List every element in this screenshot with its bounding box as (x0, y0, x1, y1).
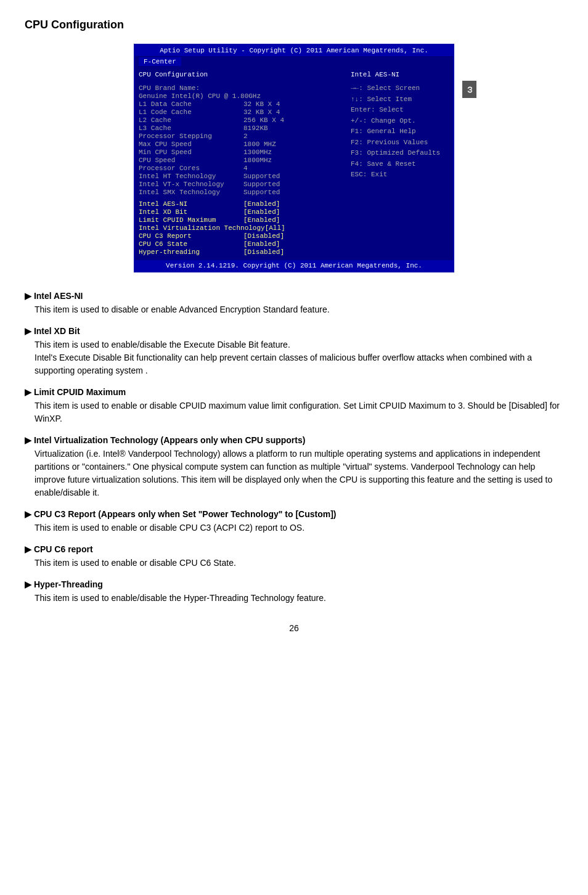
bios-row-value-highlight: [Enabled] (243, 208, 280, 216)
bios-row-label: Intel VT-x Technology (139, 181, 243, 188)
description-title: CPU C6 report (25, 544, 563, 554)
bios-row-label: Min CPU Speed (139, 149, 243, 156)
description-section: Limit CPUID MaximumThis item is used to … (25, 387, 563, 425)
bios-row-label: L1 Data Cache (139, 100, 243, 108)
bios-row-value: Supported (243, 181, 280, 188)
bios-section-title: CPU Configuration (139, 71, 347, 78)
bios-row-value-highlight: [Enabled] (243, 216, 280, 224)
bios-row-value-highlight: [Disabled] (243, 248, 284, 256)
bios-row-value: 8192KB (243, 125, 268, 132)
bios-highlighted-row[interactable]: Limit CPUID Maximum[Enabled] (139, 216, 347, 224)
description-body: This item is used to enable/disable the … (35, 592, 563, 605)
bios-help-line: ↑↓: Select Item (351, 94, 449, 105)
description-title: CPU C3 Report (Appears only when Set "Po… (25, 509, 563, 519)
bios-row-label-highlight: CPU C6 State (139, 240, 243, 248)
chapter-tab: ω (462, 81, 476, 98)
bios-help-line: F2: Previous Values (351, 137, 449, 148)
bios-help-line: F1: General Help (351, 126, 449, 137)
description-body: Virtualization (i.e. Intel® Vanderpool T… (35, 448, 563, 499)
bios-row: Processor Cores4 (139, 165, 347, 172)
bios-row-value: 1800MHz (243, 157, 272, 164)
bios-highlighted-row[interactable]: Hyper-threading[Disabled] (139, 248, 347, 256)
bios-row: L2 Cache256 KB X 4 (139, 116, 347, 124)
bios-row-label-highlight: Intel Virtualization Technology (139, 224, 265, 232)
description-section: Intel AES-NIThis item is used to disable… (25, 291, 563, 316)
bios-row: Max CPU Speed1800 MHZ (139, 141, 347, 148)
bios-row-label-highlight: Limit CPUID Maximum (139, 216, 243, 224)
bios-highlighted-row[interactable]: Intel XD Bit[Enabled] (139, 208, 347, 216)
bios-row-value: 256 KB X 4 (243, 116, 284, 124)
page-number: 26 (25, 623, 563, 633)
bios-row: Genuine Intel(R) CPU @ 1.80GHz (139, 92, 347, 100)
description-body: This item is used to enable or disable C… (35, 521, 563, 534)
bios-right-panel: Intel AES-NI →←: Select Screen↑↓: Select… (351, 71, 449, 256)
bios-tab[interactable]: F-Center (139, 57, 181, 66)
bios-outer: Aptio Setup Utility - Copyright (C) 2011… (134, 44, 454, 272)
bios-row: Intel VT-x TechnologySupported (139, 181, 347, 188)
description-title: Intel AES-NI (25, 291, 563, 301)
bios-highlighted-rows: Intel AES-NI[Enabled]Intel XD Bit[Enable… (139, 200, 347, 256)
bios-tab-row: F-Center (135, 56, 453, 67)
bios-row-label: Genuine Intel(R) CPU @ 1.80GHz (139, 92, 261, 100)
bios-row-label: L1 Code Cache (139, 108, 243, 116)
bios-help-line: ESC: Exit (351, 170, 449, 180)
bios-help-line: F3: Optimized Defaults (351, 148, 449, 158)
bios-container: Aptio Setup Utility - Copyright (C) 2011… (134, 44, 454, 272)
description-section: Intel XD BitThis item is used to enable/… (25, 326, 563, 377)
bios-row-value: Supported (243, 173, 280, 180)
bios-highlighted-row[interactable]: Intel Virtualization Technology[All] (139, 224, 347, 232)
bios-row-value: 32 KB X 4 (243, 100, 280, 108)
description-body: This item is used to disable or enable A… (35, 303, 563, 316)
bios-row-label: CPU Speed (139, 157, 243, 164)
bios-row-label-highlight: Intel AES-NI (139, 200, 243, 208)
bios-row: CPU Brand Name: (139, 84, 347, 92)
bios-help-line: →←: Select Screen (351, 83, 449, 94)
bios-row: Intel SMX TechnologySupported (139, 189, 347, 196)
description-title: Limit CPUID Maximum (25, 387, 563, 397)
bios-row-label: L3 Cache (139, 125, 243, 132)
bios-footer: Version 2.14.1219. Copyright (C) 2011 Am… (135, 260, 453, 271)
description-title: Hyper-Threading (25, 579, 563, 589)
bios-info-title: Intel AES-NI (351, 71, 449, 78)
bios-row-label-highlight: CPU C3 Report (139, 232, 243, 240)
bios-row-value-highlight: [Enabled] (243, 240, 280, 248)
bios-row: Processor Stepping2 (139, 133, 347, 140)
bios-row-value: 2 (243, 133, 248, 140)
bios-highlighted-row[interactable]: Intel AES-NI[Enabled] (139, 200, 347, 208)
bios-help-line: +/-: Change Opt. (351, 116, 449, 126)
bios-highlighted-row[interactable]: CPU C3 Report[Disabled] (139, 232, 347, 240)
bios-help-line: Enter: Select (351, 105, 449, 115)
description-title: Intel Virtualization Technology (Appears… (25, 435, 563, 445)
bios-header: Aptio Setup Utility - Copyright (C) 2011… (135, 45, 453, 56)
bios-row-label: Max CPU Speed (139, 141, 243, 148)
bios-row-value-highlight: [Disabled] (243, 232, 284, 240)
description-title: Intel XD Bit (25, 326, 563, 336)
bios-row: L1 Code Cache32 KB X 4 (139, 108, 347, 116)
bios-rows: CPU Brand Name:Genuine Intel(R) CPU @ 1.… (139, 84, 347, 196)
bios-row-value: 32 KB X 4 (243, 108, 280, 116)
bios-row-label-highlight: Intel XD Bit (139, 208, 243, 216)
bios-row-value: 4 (243, 165, 248, 172)
bios-row-label: Processor Cores (139, 165, 243, 172)
bios-row: Min CPU Speed1300MHz (139, 149, 347, 156)
bios-row-value: 1800 MHZ (243, 141, 276, 148)
descriptions-container: Intel AES-NIThis item is used to disable… (25, 291, 563, 605)
bios-row-value-highlight: [All] (265, 224, 285, 232)
bios-row: Intel HT TechnologySupported (139, 173, 347, 180)
page-title: CPU Configuration (25, 18, 563, 31)
bios-row-label: Intel HT Technology (139, 173, 243, 180)
bios-row-label-highlight: Hyper-threading (139, 248, 243, 256)
bios-row: CPU Speed1800MHz (139, 157, 347, 164)
description-section: Hyper-ThreadingThis item is used to enab… (25, 579, 563, 605)
bios-body: CPU Configuration CPU Brand Name:Genuine… (135, 67, 453, 260)
description-body: This item is used to enable or disable C… (35, 399, 563, 425)
bios-row-label: L2 Cache (139, 116, 243, 124)
bios-left-panel: CPU Configuration CPU Brand Name:Genuine… (139, 71, 351, 256)
bios-row-label: Processor Stepping (139, 133, 243, 140)
bios-highlighted-row[interactable]: CPU C6 State[Enabled] (139, 240, 347, 248)
bios-row-value-highlight: [Enabled] (243, 200, 280, 208)
bios-row-value: 1300MHz (243, 149, 272, 156)
bios-row: L3 Cache8192KB (139, 125, 347, 132)
description-section: CPU C6 reportThis item is used to enable… (25, 544, 563, 570)
bios-help-line: F4: Save & Reset (351, 159, 449, 170)
